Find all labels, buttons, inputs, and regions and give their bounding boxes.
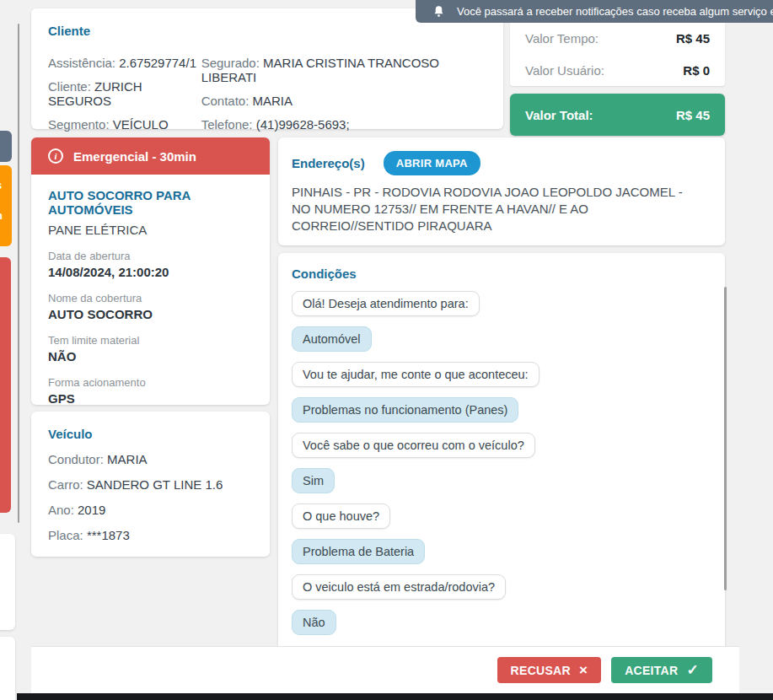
left-scrollbar[interactable]: [18, 24, 19, 523]
bell-icon: [432, 5, 445, 18]
valores-panel: Valor Tempo: R$ 45 Valor Usuário: R$ 0 V…: [510, 22, 725, 136]
field-ano: Ano: 2019: [48, 503, 253, 517]
chat-bubble-answer: Sim: [292, 468, 335, 493]
footer-action-bar: RECUSAR × ACEITAR ✓: [31, 646, 739, 693]
condicoes-title: Condições: [292, 267, 711, 281]
servico-subtitulo: PANE ELÉTRICA: [48, 223, 253, 237]
chat-bubble-question: Olá! Deseja atendimento para:: [292, 291, 480, 316]
veiculo-card: Veículo Condutor: MARIA Carro: SANDERO G…: [31, 412, 270, 557]
info-icon: i: [48, 148, 63, 164]
cliente-card: Cliente Assistência: 2.67529774/1 Client…: [31, 8, 503, 129]
veiculo-title: Veículo: [48, 427, 253, 441]
recusar-button[interactable]: RECUSAR ×: [497, 657, 602, 683]
left-list-item-card[interactable]: n: [0, 534, 15, 630]
x-icon: ×: [579, 662, 588, 679]
abrir-mapa-button[interactable]: ABRIR MAPA: [384, 151, 480, 175]
chat-bubble-question: O que houve?: [292, 503, 390, 529]
detalhe-limite-material: Tem limite material NÃO: [48, 334, 253, 363]
detalhe-cobertura: Nome da cobertura AUTO SOCORRO: [48, 292, 253, 321]
left-list-item-orange[interactable]: s n: [0, 165, 12, 246]
detalhe-forma-acionamento: Forma acionamento GPS: [48, 376, 253, 406]
endereco-card: Endereço(s) ABRIR MAPA PINHAIS - PR - RO…: [278, 137, 725, 245]
endereco-text: PINHAIS - PR - RODOVIA RODOVIA JOAO LEOP…: [292, 184, 688, 234]
cliente-title: Cliente: [48, 24, 486, 38]
phone-link[interactable]: (41)99628-5693;: [256, 117, 350, 132]
valor-usuario-row: Valor Usuário: R$ 0: [510, 54, 725, 86]
chat-bubble-question: Você sabe o que ocorreu com o veículo?: [292, 433, 535, 458]
endereco-title: Endereço(s): [292, 156, 365, 170]
chat-bubble-question: O veiculo está em estrada/rodovia?: [292, 574, 506, 600]
chat-bubble-question: Vou te ajudar, me conte o que aconteceu:: [292, 362, 539, 387]
condicoes-card: Condições Olá! Deseja atendimento para: …: [278, 253, 725, 646]
field-segmento: Segmento: VEÍCULO: [48, 117, 201, 132]
notification-text: Você passará a receber notificações caso…: [457, 5, 773, 18]
left-list-item-orange-letter: s: [0, 179, 2, 191]
aceitar-button[interactable]: ACEITAR ✓: [611, 657, 712, 683]
bottom-dark-strip: [17, 693, 773, 700]
field-assistencia: Assistência: 2.67529774/1: [48, 56, 201, 70]
field-segurado: Segurado: MARIA CRISTINA TRANCOSO LIBERA…: [201, 56, 486, 84]
field-condutor: Condutor: MARIA: [48, 452, 253, 466]
emergencial-label: Emergencial - 30min: [73, 149, 196, 164]
chat-bubble-answer: Problema de Bateria: [292, 539, 425, 564]
emergencial-banner: i Emergencial - 30min: [31, 137, 270, 175]
valor-total-row: Valor Total: R$ 45: [510, 94, 725, 136]
detalhe-data-abertura: Data de abertura 14/08/2024, 21:00:20: [48, 250, 253, 279]
chat-bubble-answer: Problemas no funcionamento (Panes): [292, 397, 518, 423]
field-cliente: Cliente: ZURICH SEGUROS: [48, 79, 201, 108]
left-list-item-orange-letter: n: [0, 209, 3, 222]
valor-tempo-row: Valor Tempo: R$ 45: [510, 22, 725, 54]
left-list-item-red[interactable]: [0, 257, 11, 513]
field-telefone: Telefone: (41)99628-5693;: [201, 117, 486, 132]
chat-bubble-answer: Automóvel: [292, 326, 372, 352]
notification-toast: Você passará a receber notificações caso…: [416, 0, 773, 23]
field-placa: Placa: ***1873: [48, 528, 253, 542]
field-contato: Contato: MARIA: [201, 94, 486, 108]
field-carro: Carro: SANDERO GT LINE 1.6: [48, 477, 253, 492]
check-icon: ✓: [686, 661, 699, 679]
servico-card: i Emergencial - 30min AUTO SOCORRO PARA …: [31, 137, 270, 405]
servico-titulo: AUTO SOCORRO PARA AUTOMÓVEIS: [48, 188, 253, 217]
left-list-item-card[interactable]: n: [0, 637, 15, 700]
chat-bubble-answer: Não: [292, 610, 336, 635]
chat-scrollbar[interactable]: [724, 287, 727, 590]
left-list-item-slate[interactable]: [0, 131, 12, 162]
